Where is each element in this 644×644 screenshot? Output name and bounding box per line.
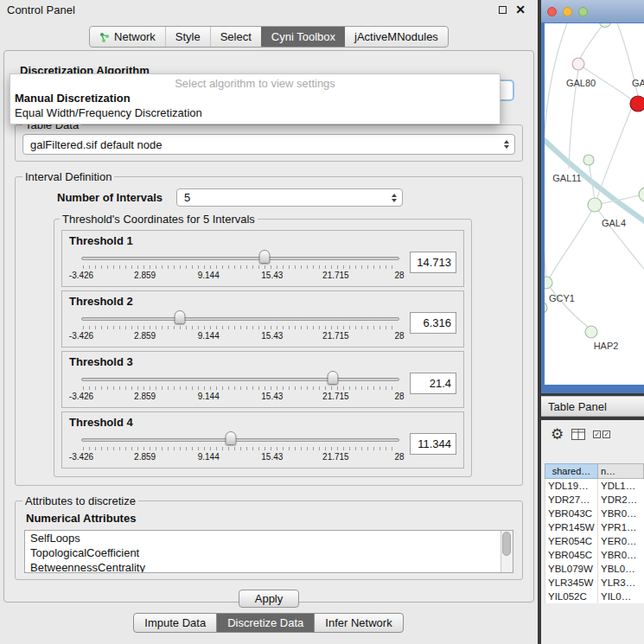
table-row[interactable]: YBR043CYBR0… <box>545 507 644 520</box>
checkbox-icon[interactable]: ✓ <box>603 430 610 438</box>
slider-track[interactable] <box>81 317 399 321</box>
network-node[interactable] <box>585 326 597 338</box>
tab-cyni-toolbox[interactable]: Cyni Toolbox <box>261 27 345 47</box>
window-title: Control Panel <box>7 3 75 16</box>
minimize-icon[interactable] <box>499 6 507 14</box>
table-data-combobox[interactable]: galFiltered.sif default node <box>22 134 515 155</box>
network-node-label: GAL4 <box>602 218 626 228</box>
zoom-traffic-light-icon[interactable] <box>578 7 588 16</box>
tab-select[interactable]: Select <box>210 27 261 47</box>
network-node[interactable] <box>639 188 644 201</box>
scrollbar-thumb[interactable] <box>502 532 511 556</box>
table-panel-title: Table Panel <box>548 400 607 413</box>
tab-infer-network[interactable]: Infer Network <box>314 613 403 633</box>
slider-track[interactable] <box>81 438 399 442</box>
number-of-intervals-combobox[interactable]: 5 <box>176 188 403 207</box>
threshold-4-value-field[interactable]: 11.344 <box>410 433 456 455</box>
table-row[interactable]: YDR27…YDR2… <box>545 493 644 507</box>
titlebar: Control Panel ✕ <box>0 0 538 19</box>
threshold-4-row: Threshold 4 -3.4262.8599.14415.4321.7152… <box>61 411 464 469</box>
network-edge <box>546 283 590 328</box>
tab-network[interactable]: Network <box>90 27 165 47</box>
network-window-titlebar[interactable] <box>541 0 644 22</box>
close-icon[interactable]: ✕ <box>515 3 526 16</box>
interval-definition-legend: Interval Definition <box>22 170 114 183</box>
algorithm-dropdown-popup: Select algorithm to view settings Manual… <box>10 73 501 124</box>
threshold-2-slider[interactable]: -3.4262.8599.14415.4321.71528 <box>81 309 399 344</box>
dropdown-placeholder: Select algorithm to view settings <box>10 74 500 91</box>
dropdown-option-manual[interactable]: Manual Discretization <box>10 91 500 105</box>
network-canvas[interactable]: GAL80 GA GAL11 GAL4 GCY1 HAP2 <box>545 23 644 385</box>
table-panel-header[interactable]: Table Panel <box>541 396 644 417</box>
network-node[interactable] <box>588 198 602 212</box>
slider-ticks <box>83 447 398 450</box>
slider-ticks <box>83 386 398 390</box>
thresholds-group: Threshold's Coordinates for 5 Intervals … <box>54 213 472 477</box>
network-node[interactable] <box>545 303 547 313</box>
minimize-traffic-light-icon[interactable] <box>563 7 572 16</box>
table-row[interactable]: YDL19…YDL1… <box>545 479 644 493</box>
cyni-toolbox-panel: Discretization Algorithm Select algorith… <box>3 50 534 603</box>
attributes-group: Attributes to discretize Numerical Attri… <box>15 494 523 580</box>
table-row[interactable]: YBR045CYBR0… <box>545 548 644 562</box>
slider-thumb[interactable] <box>175 310 186 324</box>
table-row[interactable]: YIL052CYIL0… <box>545 590 644 603</box>
list-scrollbar[interactable] <box>501 531 513 572</box>
combo-stepper-icon <box>387 190 400 205</box>
checkbox-icon[interactable]: ✓ <box>593 430 601 438</box>
slider-thumb[interactable] <box>225 431 236 445</box>
tab-style[interactable]: Style <box>165 27 210 47</box>
network-view-window: GAL80 GA GAL11 GAL4 GCY1 HAP2 <box>541 0 644 393</box>
combo-stepper-icon <box>500 136 513 153</box>
table-data-group: Table Data galFiltered.sif default node <box>15 118 523 162</box>
tab-jactivemnodules[interactable]: jActiveMNodules <box>345 27 448 47</box>
node-table: shared… n… YDL19…YDL1… YDR27…YDR2… YBR04… <box>545 463 644 603</box>
network-node-label: GA <box>632 78 644 88</box>
slider-thumb[interactable] <box>259 250 271 264</box>
list-item[interactable]: BetweennessCentrality <box>25 560 513 573</box>
list-item[interactable]: SelfLoops <box>25 531 513 545</box>
threshold-4-slider[interactable]: -3.4262.8599.14415.4321.71528 <box>81 430 399 465</box>
column-header-shared-name[interactable]: shared… <box>545 463 598 479</box>
network-node[interactable] <box>630 96 644 112</box>
table-row[interactable]: YPR145WYPR1… <box>545 520 644 534</box>
network-edge <box>548 205 595 281</box>
threshold-3-slider[interactable]: -3.4262.8599.14415.4321.71528 <box>81 370 399 405</box>
tab-impute-data[interactable]: Impute Data <box>133 613 217 633</box>
gear-icon[interactable]: ⚙ <box>551 427 564 442</box>
slider-track[interactable] <box>81 257 399 260</box>
table-row[interactable]: YER054CYER0… <box>545 534 644 548</box>
tab-discretize-data[interactable]: Discretize Data <box>216 613 315 633</box>
select-columns-icons[interactable]: ✓ ✓ <box>593 430 610 438</box>
close-traffic-light-icon[interactable] <box>547 7 557 16</box>
network-node-label: GAL11 <box>552 173 581 183</box>
thresholds-legend: Threshold's Coordinates for 5 Intervals <box>60 213 258 226</box>
attributes-listbox: SelfLoops TopologicalCoefficient Between… <box>24 530 513 573</box>
threshold-2-value-field[interactable]: 6.316 <box>410 312 456 334</box>
network-node[interactable] <box>545 277 552 289</box>
dropdown-option-equal-width[interactable]: Equal Width/Frequency Discretization <box>10 105 500 120</box>
list-item[interactable]: TopologicalCoefficient <box>25 545 513 560</box>
interval-definition-group: Interval Definition Number of Intervals … <box>15 170 523 486</box>
table-data-value: galFiltered.sif default node <box>30 138 162 151</box>
threshold-4-label: Threshold 4 <box>69 416 456 429</box>
slider-track[interactable] <box>81 378 399 381</box>
threshold-2-row: Threshold 2 -3.4262.8599.14415.4321.7152… <box>61 290 464 348</box>
table-row[interactable]: YBL079WYBL0… <box>545 562 644 576</box>
table-row[interactable]: YLR345WYLR3… <box>545 576 644 590</box>
network-edge <box>596 107 632 200</box>
network-node[interactable] <box>583 155 594 165</box>
slider-ticks <box>83 326 398 329</box>
network-node[interactable] <box>572 58 584 70</box>
threshold-3-value-field[interactable]: 21.4 <box>410 373 456 394</box>
threshold-1-slider[interactable]: -3.4262.8599.14415.4321.71528 <box>81 249 399 284</box>
slider-thumb[interactable] <box>327 371 338 385</box>
attributes-legend: Attributes to discretize <box>22 494 138 507</box>
threshold-1-value-field[interactable]: 14.713 <box>410 252 456 273</box>
control-panel-window: Control Panel ✕ Network Style Select Cyn… <box>0 0 538 644</box>
threshold-2-label: Threshold 2 <box>69 295 456 308</box>
apply-button[interactable]: Apply <box>239 590 300 608</box>
columns-icon[interactable] <box>571 429 585 440</box>
column-header-name[interactable]: n… <box>598 463 644 479</box>
slider-ticks <box>83 265 398 269</box>
